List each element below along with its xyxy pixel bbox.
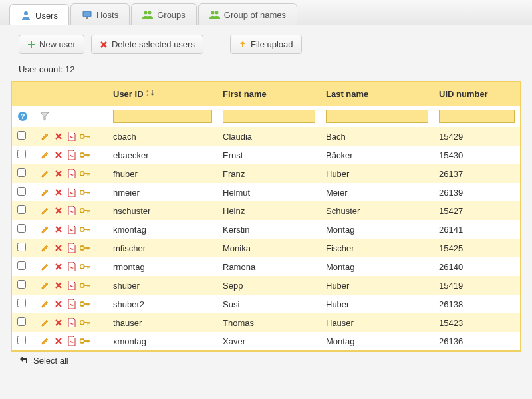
delete-icon[interactable] (53, 317, 64, 328)
edit-icon[interactable] (40, 243, 51, 253)
header-uid-number[interactable]: UID number (434, 82, 520, 106)
help-icon[interactable]: ? (17, 111, 29, 122)
table-header-row: User IDAZ First name Last name UID numbe… (12, 82, 520, 106)
row-checkbox[interactable] (17, 224, 26, 233)
row-checkbox[interactable] (17, 243, 26, 251)
pdf-icon[interactable] (66, 168, 77, 179)
key-icon[interactable] (80, 131, 90, 142)
delete-icon[interactable] (53, 336, 64, 346)
edit-icon[interactable] (40, 317, 51, 328)
row-checkbox[interactable] (17, 280, 26, 289)
edit-icon[interactable] (40, 336, 51, 346)
row-checkbox[interactable] (17, 187, 26, 196)
svg-rect-59 (88, 340, 89, 343)
edit-icon[interactable] (40, 205, 51, 216)
delete-icon[interactable] (53, 168, 64, 179)
select-all[interactable]: Select all (0, 352, 532, 370)
pdf-icon[interactable] (66, 224, 77, 235)
pdf-icon[interactable] (66, 317, 77, 328)
header-user-id[interactable]: User IDAZ (108, 82, 217, 106)
funnel-icon[interactable] (40, 112, 102, 121)
delete-icon[interactable] (53, 243, 64, 253)
cell-first-name: Thomas (217, 313, 321, 332)
row-checkbox[interactable] (17, 168, 26, 177)
row-checkbox[interactable] (17, 299, 26, 307)
file-upload-button[interactable]: File upload (230, 35, 302, 54)
delete-icon[interactable] (53, 131, 64, 142)
delete-icon[interactable] (53, 280, 64, 291)
edit-icon[interactable] (40, 261, 51, 272)
tab-users[interactable]: Users (9, 4, 69, 25)
delete-icon[interactable] (53, 224, 64, 235)
delete-icon[interactable] (53, 187, 64, 198)
pdf-icon[interactable] (66, 299, 77, 309)
edit-icon[interactable] (40, 224, 51, 235)
svg-point-45 (80, 283, 84, 287)
delete-icon[interactable] (53, 205, 64, 216)
row-checkbox[interactable] (17, 317, 26, 326)
edit-icon[interactable] (40, 150, 51, 160)
key-icon[interactable] (80, 187, 90, 198)
cell-uid-number: 15429 (434, 127, 520, 146)
key-icon[interactable] (80, 317, 90, 328)
row-actions (40, 187, 102, 198)
pdf-icon[interactable] (66, 131, 77, 142)
svg-rect-51 (88, 303, 89, 306)
key-icon[interactable] (80, 299, 90, 309)
header-last-name[interactable]: Last name (321, 82, 434, 106)
delete-icon[interactable] (53, 150, 64, 160)
svg-point-29 (80, 209, 84, 213)
delete-icon[interactable] (53, 261, 64, 272)
svg-rect-27 (88, 192, 89, 194)
cell-user-id: mfischer (108, 239, 217, 257)
row-checkbox[interactable] (17, 261, 26, 270)
delete-selected-button[interactable]: Delete selected users (91, 35, 203, 54)
svg-point-57 (80, 339, 84, 343)
row-checkbox[interactable] (17, 150, 26, 158)
cell-uid-number: 15423 (434, 313, 520, 332)
delete-icon[interactable] (53, 299, 64, 309)
tab-label: Users (35, 11, 58, 21)
pdf-icon[interactable] (66, 336, 77, 346)
filter-uid-number[interactable] (439, 110, 515, 123)
cell-uid-number: 15425 (434, 239, 520, 257)
header-first-name[interactable]: First name (217, 82, 321, 106)
key-icon[interactable] (80, 243, 90, 253)
cell-user-id: xmontag (108, 332, 217, 350)
key-icon[interactable] (80, 261, 90, 272)
key-icon[interactable] (80, 150, 90, 160)
key-icon[interactable] (80, 168, 90, 179)
filter-last-name[interactable] (326, 110, 428, 123)
pdf-icon[interactable] (66, 261, 77, 272)
svg-rect-1 (83, 11, 91, 17)
pdf-icon[interactable] (66, 280, 77, 291)
key-icon[interactable] (80, 205, 90, 216)
pdf-icon[interactable] (66, 187, 77, 198)
svg-point-5 (211, 11, 214, 15)
pdf-icon[interactable] (66, 243, 77, 253)
edit-icon[interactable] (40, 280, 51, 291)
new-user-button[interactable]: New user (19, 35, 84, 54)
filter-first-name[interactable] (223, 110, 315, 123)
row-actions (40, 168, 102, 179)
edit-icon[interactable] (40, 131, 51, 142)
key-icon[interactable] (80, 280, 90, 291)
pdf-icon[interactable] (66, 205, 77, 216)
row-checkbox[interactable] (17, 131, 26, 140)
filter-user-id[interactable] (113, 110, 212, 123)
host-icon (82, 9, 92, 20)
row-checkbox[interactable] (17, 205, 26, 214)
key-icon[interactable] (80, 336, 90, 346)
pdf-icon[interactable] (66, 150, 77, 160)
toolbar: New user Delete selected users File uplo… (0, 25, 532, 61)
button-label: New user (39, 39, 76, 49)
row-checkbox[interactable] (17, 336, 26, 344)
tab-group-of-names[interactable]: Group of names (198, 3, 297, 25)
tab-groups[interactable]: Groups (131, 3, 197, 25)
cell-last-name: Huber (321, 164, 434, 183)
edit-icon[interactable] (40, 187, 51, 198)
edit-icon[interactable] (40, 168, 51, 179)
key-icon[interactable] (80, 224, 90, 235)
edit-icon[interactable] (40, 299, 51, 309)
tab-hosts[interactable]: Hosts (70, 3, 130, 25)
